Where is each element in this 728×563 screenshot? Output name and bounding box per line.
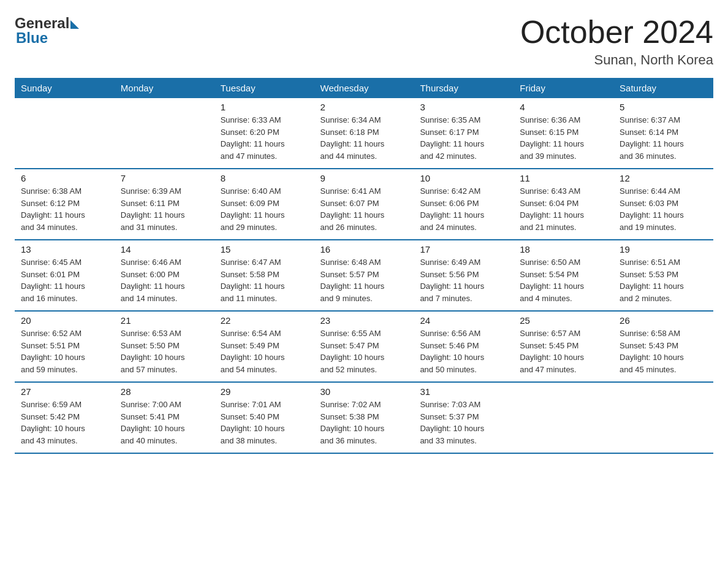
day-cell: 8Sunrise: 6:40 AM Sunset: 6:09 PM Daylig… bbox=[214, 169, 314, 240]
day-cell: 31Sunrise: 7:03 AM Sunset: 5:37 PM Dayli… bbox=[414, 382, 514, 453]
day-info: Sunrise: 6:58 AM Sunset: 5:43 PM Dayligh… bbox=[620, 327, 707, 375]
day-info: Sunrise: 6:41 AM Sunset: 6:07 PM Dayligh… bbox=[320, 185, 408, 233]
title-area: October 2024 Sunan, North Korea bbox=[520, 15, 713, 68]
header-cell-friday: Friday bbox=[514, 78, 613, 98]
day-cell: 27Sunrise: 6:59 AM Sunset: 5:42 PM Dayli… bbox=[15, 382, 115, 453]
day-number: 13 bbox=[21, 244, 108, 255]
day-info: Sunrise: 6:55 AM Sunset: 5:47 PM Dayligh… bbox=[320, 327, 408, 375]
day-cell: 11Sunrise: 6:43 AM Sunset: 6:04 PM Dayli… bbox=[514, 169, 613, 240]
header-row: SundayMondayTuesdayWednesdayThursdayFrid… bbox=[15, 78, 713, 98]
day-cell: 3Sunrise: 6:35 AM Sunset: 6:17 PM Daylig… bbox=[414, 98, 514, 169]
day-number: 2 bbox=[320, 102, 408, 112]
day-number: 31 bbox=[420, 386, 507, 397]
day-info: Sunrise: 6:46 AM Sunset: 6:00 PM Dayligh… bbox=[121, 256, 208, 304]
day-cell bbox=[613, 382, 713, 453]
day-cell: 14Sunrise: 6:46 AM Sunset: 6:00 PM Dayli… bbox=[115, 240, 214, 311]
day-cell: 1Sunrise: 6:33 AM Sunset: 6:20 PM Daylig… bbox=[214, 98, 314, 169]
day-info: Sunrise: 7:00 AM Sunset: 5:41 PM Dayligh… bbox=[121, 399, 208, 446]
day-cell: 5Sunrise: 6:37 AM Sunset: 6:14 PM Daylig… bbox=[613, 98, 713, 169]
day-info: Sunrise: 7:03 AM Sunset: 5:37 PM Dayligh… bbox=[420, 399, 507, 446]
day-number: 27 bbox=[21, 386, 108, 397]
day-number: 6 bbox=[21, 173, 108, 183]
day-number: 20 bbox=[21, 315, 108, 326]
day-number: 18 bbox=[520, 244, 607, 255]
day-cell: 20Sunrise: 6:52 AM Sunset: 5:51 PM Dayli… bbox=[15, 311, 115, 382]
logo: General Blue bbox=[15, 15, 79, 47]
day-info: Sunrise: 6:45 AM Sunset: 6:01 PM Dayligh… bbox=[21, 256, 108, 304]
day-cell: 23Sunrise: 6:55 AM Sunset: 5:47 PM Dayli… bbox=[314, 311, 414, 382]
day-cell: 18Sunrise: 6:50 AM Sunset: 5:54 PM Dayli… bbox=[514, 240, 613, 311]
header-cell-thursday: Thursday bbox=[414, 78, 514, 98]
month-title: October 2024 bbox=[520, 15, 713, 50]
calendar-table: SundayMondayTuesdayWednesdayThursdayFrid… bbox=[15, 78, 713, 454]
day-cell: 12Sunrise: 6:44 AM Sunset: 6:03 PM Dayli… bbox=[613, 169, 713, 240]
day-number: 4 bbox=[520, 102, 607, 112]
week-row-4: 27Sunrise: 6:59 AM Sunset: 5:42 PM Dayli… bbox=[15, 382, 713, 453]
day-number: 16 bbox=[320, 244, 408, 255]
day-number: 7 bbox=[121, 173, 208, 183]
day-info: Sunrise: 6:47 AM Sunset: 5:58 PM Dayligh… bbox=[221, 256, 308, 304]
page-header: General Blue October 2024 Sunan, North K… bbox=[15, 15, 713, 68]
week-row-3: 20Sunrise: 6:52 AM Sunset: 5:51 PM Dayli… bbox=[15, 311, 713, 382]
day-cell: 15Sunrise: 6:47 AM Sunset: 5:58 PM Dayli… bbox=[214, 240, 314, 311]
day-info: Sunrise: 6:51 AM Sunset: 5:53 PM Dayligh… bbox=[620, 256, 707, 304]
day-info: Sunrise: 6:42 AM Sunset: 6:06 PM Dayligh… bbox=[420, 185, 507, 233]
header-cell-tuesday: Tuesday bbox=[214, 78, 314, 98]
day-cell: 16Sunrise: 6:48 AM Sunset: 5:57 PM Dayli… bbox=[314, 240, 414, 311]
day-info: Sunrise: 7:02 AM Sunset: 5:38 PM Dayligh… bbox=[320, 399, 408, 446]
day-info: Sunrise: 6:49 AM Sunset: 5:56 PM Dayligh… bbox=[420, 256, 507, 304]
day-info: Sunrise: 6:35 AM Sunset: 6:17 PM Dayligh… bbox=[420, 114, 507, 162]
day-number: 28 bbox=[121, 386, 208, 397]
day-number: 29 bbox=[221, 386, 308, 397]
day-number: 26 bbox=[620, 315, 707, 326]
day-number: 22 bbox=[221, 315, 308, 326]
day-info: Sunrise: 6:43 AM Sunset: 6:04 PM Dayligh… bbox=[520, 185, 607, 233]
day-info: Sunrise: 6:34 AM Sunset: 6:18 PM Dayligh… bbox=[320, 114, 408, 162]
location: Sunan, North Korea bbox=[520, 52, 713, 68]
day-cell: 17Sunrise: 6:49 AM Sunset: 5:56 PM Dayli… bbox=[414, 240, 514, 311]
header-cell-wednesday: Wednesday bbox=[314, 78, 414, 98]
day-cell: 19Sunrise: 6:51 AM Sunset: 5:53 PM Dayli… bbox=[613, 240, 713, 311]
day-info: Sunrise: 6:50 AM Sunset: 5:54 PM Dayligh… bbox=[520, 256, 607, 304]
day-number: 14 bbox=[121, 244, 208, 255]
day-cell bbox=[514, 382, 613, 453]
week-row-2: 13Sunrise: 6:45 AM Sunset: 6:01 PM Dayli… bbox=[15, 240, 713, 311]
day-info: Sunrise: 6:56 AM Sunset: 5:46 PM Dayligh… bbox=[420, 327, 507, 375]
day-number: 25 bbox=[520, 315, 607, 326]
day-number: 11 bbox=[520, 173, 607, 183]
day-cell: 29Sunrise: 7:01 AM Sunset: 5:40 PM Dayli… bbox=[214, 382, 314, 453]
day-number: 19 bbox=[620, 244, 707, 255]
day-number: 5 bbox=[620, 102, 707, 112]
day-info: Sunrise: 6:39 AM Sunset: 6:11 PM Dayligh… bbox=[121, 185, 208, 233]
day-number: 12 bbox=[620, 173, 707, 183]
day-cell: 24Sunrise: 6:56 AM Sunset: 5:46 PM Dayli… bbox=[414, 311, 514, 382]
day-cell: 21Sunrise: 6:53 AM Sunset: 5:50 PM Dayli… bbox=[115, 311, 214, 382]
day-number: 23 bbox=[320, 315, 408, 326]
day-cell bbox=[115, 98, 214, 169]
day-number: 9 bbox=[320, 173, 408, 183]
day-info: Sunrise: 7:01 AM Sunset: 5:40 PM Dayligh… bbox=[221, 399, 308, 446]
week-row-0: 1Sunrise: 6:33 AM Sunset: 6:20 PM Daylig… bbox=[15, 98, 713, 169]
day-number: 21 bbox=[121, 315, 208, 326]
day-cell: 28Sunrise: 7:00 AM Sunset: 5:41 PM Dayli… bbox=[115, 382, 214, 453]
week-row-1: 6Sunrise: 6:38 AM Sunset: 6:12 PM Daylig… bbox=[15, 169, 713, 240]
day-cell: 22Sunrise: 6:54 AM Sunset: 5:49 PM Dayli… bbox=[214, 311, 314, 382]
day-cell: 10Sunrise: 6:42 AM Sunset: 6:06 PM Dayli… bbox=[414, 169, 514, 240]
logo-blue-text: Blue bbox=[16, 29, 48, 47]
day-cell: 9Sunrise: 6:41 AM Sunset: 6:07 PM Daylig… bbox=[314, 169, 414, 240]
header-cell-monday: Monday bbox=[115, 78, 214, 98]
day-cell: 4Sunrise: 6:36 AM Sunset: 6:15 PM Daylig… bbox=[514, 98, 613, 169]
day-cell: 2Sunrise: 6:34 AM Sunset: 6:18 PM Daylig… bbox=[314, 98, 414, 169]
day-cell: 6Sunrise: 6:38 AM Sunset: 6:12 PM Daylig… bbox=[15, 169, 115, 240]
day-info: Sunrise: 6:36 AM Sunset: 6:15 PM Dayligh… bbox=[520, 114, 607, 162]
day-info: Sunrise: 6:52 AM Sunset: 5:51 PM Dayligh… bbox=[21, 327, 108, 375]
day-cell: 13Sunrise: 6:45 AM Sunset: 6:01 PM Dayli… bbox=[15, 240, 115, 311]
day-cell: 7Sunrise: 6:39 AM Sunset: 6:11 PM Daylig… bbox=[115, 169, 214, 240]
day-info: Sunrise: 6:48 AM Sunset: 5:57 PM Dayligh… bbox=[320, 256, 408, 304]
header-cell-sunday: Sunday bbox=[15, 78, 115, 98]
day-number: 15 bbox=[221, 244, 308, 255]
day-info: Sunrise: 6:38 AM Sunset: 6:12 PM Dayligh… bbox=[21, 185, 108, 233]
day-info: Sunrise: 6:59 AM Sunset: 5:42 PM Dayligh… bbox=[21, 399, 108, 446]
day-number: 1 bbox=[221, 102, 308, 112]
day-info: Sunrise: 6:37 AM Sunset: 6:14 PM Dayligh… bbox=[620, 114, 707, 162]
